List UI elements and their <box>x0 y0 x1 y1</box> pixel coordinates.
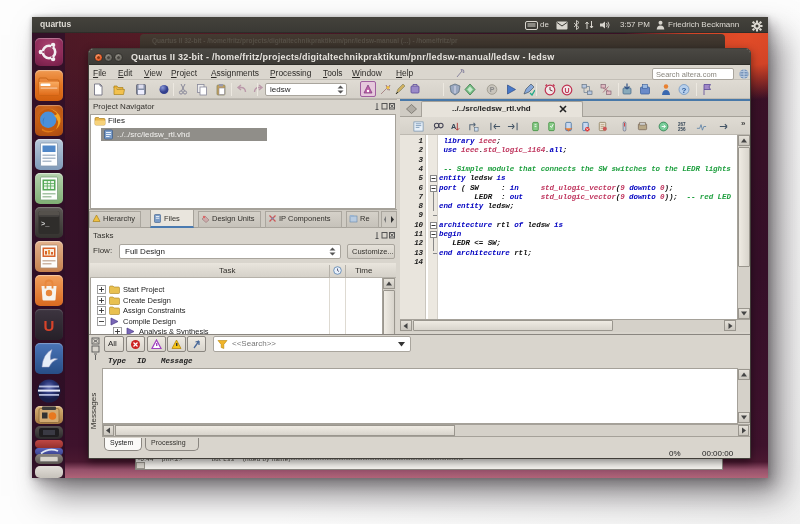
svg-text:>_: >_ <box>41 220 50 228</box>
svg-text:A: A <box>451 122 457 131</box>
svg-text:P: P <box>490 86 495 93</box>
svg-text:U: U <box>564 87 569 94</box>
svg-text:?: ? <box>682 86 687 95</box>
svg-text:256: 256 <box>678 127 686 132</box>
svg-text:U: U <box>44 317 55 334</box>
